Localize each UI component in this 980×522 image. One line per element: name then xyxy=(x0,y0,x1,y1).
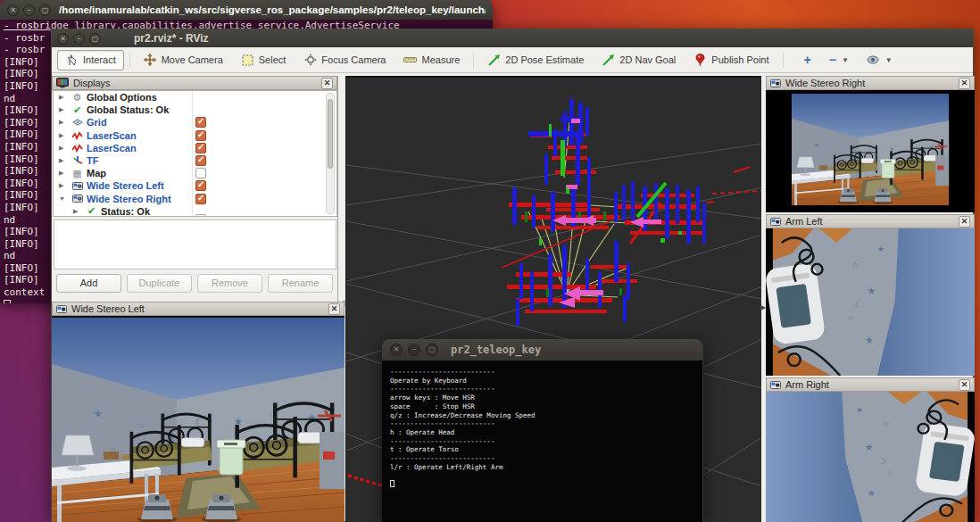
add-button[interactable]: Add xyxy=(56,274,121,293)
tool-select[interactable]: Select xyxy=(233,50,295,70)
tree-scrollbar[interactable] xyxy=(326,93,335,214)
display-checkbox[interactable] xyxy=(195,194,206,204)
display-row-tf[interactable]: ▶ TF xyxy=(54,154,336,167)
tool-publish-point[interactable]: Publish Point xyxy=(685,50,777,70)
rviz-titlebar[interactable]: ✕ − ▢ pr2.rviz* - RViz xyxy=(52,29,973,47)
close-icon[interactable]: ✕ xyxy=(959,379,970,391)
tool-interact[interactable]: Interact xyxy=(57,50,124,70)
rename-button[interactable]: Rename xyxy=(268,274,333,293)
arm-left-header[interactable]: Arm Left ✕ xyxy=(766,214,975,228)
displays-panel-header[interactable]: Displays ✕ xyxy=(52,76,337,90)
laserscan-icon xyxy=(71,142,83,153)
teleop-line: arrow keys : Move HSR xyxy=(390,394,699,402)
check-icon: ✔ xyxy=(71,104,83,116)
partial-checkbox xyxy=(195,214,206,217)
tool-measure[interactable]: Measure xyxy=(395,50,468,70)
close-icon[interactable]: ✕ xyxy=(959,216,970,228)
displays-tree: ▶ ⚙ Global Options ▶ ✔ Global Status: Ok… xyxy=(53,90,337,217)
tool-label: 2D Nav Goal xyxy=(619,54,676,65)
expander-icon[interactable]: ▼ xyxy=(59,195,68,202)
maximize-icon[interactable]: ▢ xyxy=(39,4,51,16)
teleop-line: -------------------------- xyxy=(390,454,699,463)
map-icon: ▦ xyxy=(71,168,83,179)
tool-focus-camera[interactable]: Focus Camera xyxy=(295,50,394,70)
wide-stereo-right-image xyxy=(766,90,975,212)
toolbar-separator xyxy=(473,52,474,68)
minimize-icon[interactable]: − xyxy=(408,344,420,356)
display-row-laserscan[interactable]: ▶ LaserScan xyxy=(54,129,336,142)
teleop-line: h : Operate Head xyxy=(390,428,699,437)
remove-tool-button[interactable]: − ▼ xyxy=(821,49,857,70)
expander-icon[interactable]: ▶ xyxy=(59,119,68,126)
camera-icon xyxy=(770,217,781,227)
laserscan-icon xyxy=(71,129,83,141)
display-checkbox[interactable] xyxy=(195,130,206,141)
expander-icon[interactable]: ▶ xyxy=(59,94,68,101)
expander-icon[interactable]: ▶ xyxy=(59,145,68,152)
close-icon[interactable]: ✕ xyxy=(390,344,403,356)
maximize-icon[interactable]: ▢ xyxy=(426,344,438,356)
maximize-icon[interactable]: ▢ xyxy=(89,33,101,45)
displays-buttons: Add Duplicate Remove Rename xyxy=(52,274,337,295)
display-row-laserscan[interactable]: ▶ LaserScan xyxy=(54,142,336,154)
expander-icon[interactable]: ▶ xyxy=(59,170,68,177)
display-checkbox[interactable] xyxy=(195,117,206,128)
panel-title: Wide Stereo Right xyxy=(785,78,865,88)
tool-properties-button[interactable]: ▼ xyxy=(859,50,901,70)
remove-button[interactable]: Remove xyxy=(197,274,262,293)
display-row-map[interactable]: ▶ ▦ Map xyxy=(54,167,336,179)
teleop-output: --------------------------Operate by Key… xyxy=(390,368,699,522)
terminal-titlebar[interactable]: ✕ − ▢ /home/inamuralab/catkin_ws/src/sig… xyxy=(0,0,493,20)
display-row-grid[interactable]: ▶ Grid xyxy=(54,116,336,128)
close-icon[interactable]: ✕ xyxy=(7,4,19,16)
arm-left-panel: Arm Left ✕ xyxy=(766,214,975,376)
display-checkbox[interactable] xyxy=(195,155,206,166)
grid-icon xyxy=(71,117,83,128)
scrollbar-thumb[interactable] xyxy=(328,99,333,169)
duplicate-button[interactable]: Duplicate xyxy=(127,274,192,293)
expander-icon[interactable]: ▶ xyxy=(73,208,82,215)
teleop-line: -------------------------- xyxy=(390,437,699,446)
close-icon[interactable]: ✕ xyxy=(57,33,69,45)
display-row-global-status[interactable]: ▶ ✔ Global Status: Ok xyxy=(54,104,336,116)
rviz-toolbar: Interact Move Camera Select Focus Camera xyxy=(52,47,973,73)
desktop: ✕ − ▢ /home/inamuralab/catkin_ws/src/sig… xyxy=(0,0,980,522)
display-row-wide-stereo-left[interactable]: ▶ Wide Stereo Left xyxy=(54,179,336,192)
close-icon[interactable]: ✕ xyxy=(321,78,333,89)
tool-label: Interact xyxy=(83,54,116,65)
teleop-line: -------------------------- xyxy=(390,385,699,394)
monitor-icon xyxy=(56,78,69,88)
wide-stereo-left-header[interactable]: Wide Stereo Left ✕ xyxy=(52,302,345,316)
add-tool-button[interactable]: + xyxy=(796,49,819,70)
tool-label: Move Camera xyxy=(162,54,223,65)
displays-panel-title: Displays xyxy=(73,78,111,88)
select-box-icon xyxy=(241,54,254,67)
wide-stereo-left-panel: Wide Stereo Left ✕ xyxy=(52,302,345,522)
arm-right-image xyxy=(766,392,975,522)
tool-2d-pose-estimate[interactable]: 2D Pose Estimate xyxy=(479,50,592,70)
expander-icon[interactable]: ▶ xyxy=(59,132,68,139)
teleop-window[interactable]: ✕ − ▢ pr2_teleop_key -------------------… xyxy=(382,339,703,522)
minimize-icon[interactable]: − xyxy=(23,4,35,16)
display-checkbox[interactable] xyxy=(195,180,206,191)
wide-stereo-right-header[interactable]: Wide Stereo Right ✕ xyxy=(766,76,975,90)
arm-right-header[interactable]: Arm Right ✕ xyxy=(766,377,975,392)
tool-move-camera[interactable]: Move Camera xyxy=(136,50,231,70)
tool-label: Focus Camera xyxy=(321,54,386,65)
close-icon[interactable]: ✕ xyxy=(328,303,340,315)
tool-2d-nav-goal[interactable]: 2D Nav Goal xyxy=(594,50,684,70)
expander-icon[interactable]: ▶ xyxy=(59,157,68,164)
teleop-titlebar[interactable]: ✕ − ▢ pr2_teleop_key xyxy=(382,339,702,360)
teleop-line: space : Stop HSR xyxy=(390,402,699,411)
expander-icon[interactable]: ▶ xyxy=(59,106,68,113)
display-checkbox[interactable] xyxy=(195,143,206,153)
close-icon[interactable]: ✕ xyxy=(959,78,970,89)
display-description-box xyxy=(54,220,336,269)
toolbar-separator xyxy=(129,52,130,68)
display-row-global-options[interactable]: ▶ ⚙ Global Options xyxy=(54,91,336,104)
minimize-icon[interactable]: − xyxy=(73,33,85,45)
expander-icon[interactable]: ▶ xyxy=(59,182,68,189)
display-checkbox[interactable] xyxy=(195,168,206,178)
display-row-wide-stereo-right[interactable]: ▼ Wide Stereo Right xyxy=(54,193,336,205)
map-pin-icon xyxy=(693,54,707,67)
